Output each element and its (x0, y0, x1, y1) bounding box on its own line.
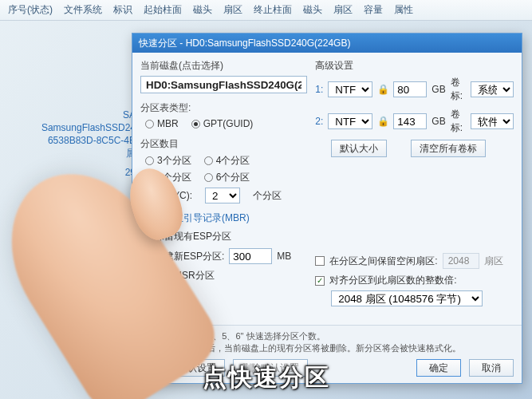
size-input-2[interactable] (393, 113, 427, 129)
tree-line: 属 (16, 147, 136, 160)
col-sector2[interactable]: 扇区 (333, 3, 353, 17)
cancel-button[interactable]: 取消 (469, 359, 514, 377)
col-sector1[interactable]: 扇区 (223, 3, 242, 17)
vol-label: 卷标: (451, 76, 466, 103)
gap-value: 2048 (443, 253, 479, 269)
radio-3-partitions[interactable]: 3个分区 (145, 154, 191, 168)
fs-select-1[interactable]: NTFS (328, 81, 372, 97)
partition-table-type-label: 分区表类型: (140, 101, 307, 115)
partition-count-label: 分区数目 (140, 137, 307, 151)
checkbox-keep-esp[interactable]: 保留现有ESP分区 (140, 230, 307, 243)
col-fs[interactable]: 文件系统 (64, 3, 102, 17)
esp-unit: MB (277, 251, 291, 262)
advanced-settings-label: 高级设置 (315, 59, 514, 73)
checkbox-align[interactable]: 对齐分区到此扇区数的整数倍: (315, 274, 514, 287)
size-input-1[interactable] (393, 81, 427, 97)
checkbox-create-esp[interactable]: 创建新ESP分区: MB (140, 248, 307, 264)
disk-tree[interactable]: SA SamsungFlashSSD24 6538B83D-8C5C-4B 属 … (16, 109, 136, 179)
ok-button[interactable]: 确定 (416, 359, 461, 377)
radio-5-partitions[interactable]: 5个分区 (145, 171, 191, 184)
checkbox-reserve-gap[interactable]: 在分区之间保留空闲扇区: 2048 扇区 (315, 253, 514, 269)
tree-line: SA (16, 109, 136, 121)
fs-select-2[interactable]: NTFS (328, 113, 372, 129)
unit: GB (432, 84, 445, 95)
radio-mbr[interactable]: MBR (145, 118, 179, 129)
gap-unit: 扇区 (484, 255, 503, 268)
main-toolbar: 序号(状态) 文件系统 标识 起始柱面 磁头 扇区 终止柱面 磁头 扇区 容量 … (0, 0, 532, 21)
radio-gpt[interactable]: GPT(GUID) (191, 118, 254, 129)
radio-6-partitions[interactable]: 6个分区 (204, 171, 250, 184)
clear-labels-button[interactable]: 清空所有卷标 (411, 140, 486, 157)
tree-line: 29 (16, 166, 136, 179)
lock-icon[interactable]: 🔒 (377, 84, 388, 95)
custom-count-suffix: 个分区 (253, 189, 282, 203)
col-head2[interactable]: 磁头 (303, 3, 322, 17)
partition-row-2: 2: NTFS 🔒 GB 卷标: 软件 (315, 108, 514, 135)
col-end-cyl[interactable]: 终止柱面 (254, 3, 292, 17)
col-flag[interactable]: 标识 (113, 3, 132, 17)
col-index[interactable]: 序号(状态) (8, 3, 53, 17)
vol-select-1[interactable]: 系统 (471, 81, 514, 97)
current-disk-field[interactable] (140, 76, 307, 93)
tree-line: SamsungFlashSSD24 (16, 121, 136, 134)
hint-text: 提示: 可按下 "3、4、5、6" 快速选择分区个数。 注意: 此功能执行后，当… (140, 330, 514, 354)
custom-count-select[interactable]: 2 (205, 188, 240, 203)
vol-label: 卷标: (451, 108, 466, 135)
dialog-title: 快速分区 - HD0:SamsungFlashSSD240G(224GB) (139, 37, 350, 50)
default-size-button[interactable]: 默认大小 (331, 140, 387, 157)
dialog-titlebar[interactable]: 快速分区 - HD0:SamsungFlashSSD240G(224GB) (132, 34, 522, 53)
vol-select-2[interactable]: 软件 (471, 113, 514, 129)
lock-icon[interactable]: 🔒 (377, 116, 388, 127)
unit: GB (432, 116, 445, 127)
row-index: 2: (315, 116, 323, 127)
subtitle-caption: 点快速分区 (203, 361, 330, 394)
col-size[interactable]: 容量 (364, 3, 383, 17)
checkbox-create-msr[interactable]: 创建MSR分区 (140, 269, 307, 282)
current-disk-label: 当前磁盘(点击选择) (140, 59, 307, 73)
align-select[interactable]: 2048 扇区 (1048576 字节) (331, 290, 483, 306)
row-index: 1: (315, 84, 323, 95)
esp-size-input[interactable] (229, 248, 272, 264)
radio-4-partitions[interactable]: 4个分区 (204, 154, 250, 168)
quick-partition-dialog: 快速分区 - HD0:SamsungFlashSSD240G(224GB) 当前… (132, 33, 522, 384)
checkbox-rebuild-mbr[interactable]: 重建主引导记录(MBR) (140, 211, 307, 225)
col-head1[interactable]: 磁头 (193, 3, 212, 17)
partition-row-1: 1: NTFS 🔒 GB 卷标: 系统 (315, 76, 514, 103)
radio-custom-count[interactable]: 自定(C): (145, 189, 192, 203)
col-attr[interactable]: 属性 (394, 3, 413, 17)
col-start-cyl[interactable]: 起始柱面 (144, 3, 182, 17)
tree-line: 6538B83D-8C5C-4B (16, 134, 136, 147)
